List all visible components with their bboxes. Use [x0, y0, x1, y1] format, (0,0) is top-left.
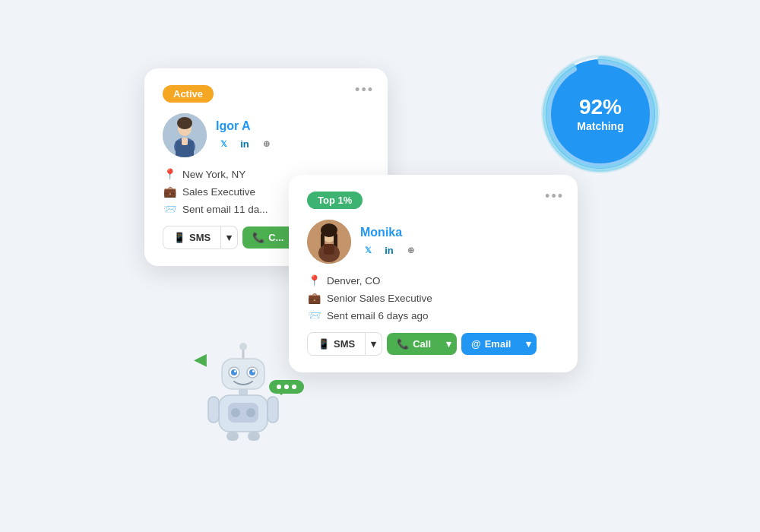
matching-text: 92% Matching	[577, 96, 623, 133]
monika-avatar	[307, 220, 351, 264]
svg-rect-33	[226, 432, 239, 441]
monika-email-sent-icon: 📨	[307, 309, 321, 321]
igor-location: New York, NY	[182, 169, 245, 180]
svg-point-25	[252, 370, 255, 372]
robot-container: ◀	[205, 342, 296, 456]
monika-twitter-icon[interactable]: 𝕏	[360, 242, 375, 258]
igor-sms-group: 📱 SMS ▾	[163, 226, 238, 249]
monika-title-row: 💼 Senior Sales Executive	[307, 292, 559, 304]
monika-at-icon: @	[471, 338, 481, 350]
svg-rect-32	[268, 397, 278, 423]
chat-bubble	[269, 380, 304, 394]
igor-location-icon: 📍	[163, 168, 176, 180]
igor-social: 𝕏 in ⊕	[216, 136, 274, 151]
igor-briefcase-icon: 💼	[163, 185, 176, 198]
igor-last-contact: Sent email 11 da...	[182, 204, 268, 215]
top-badge: Top 1%	[307, 192, 363, 209]
monika-social: 𝕏 in ⊕	[360, 242, 418, 258]
igor-globe-icon[interactable]: ⊕	[258, 136, 274, 151]
igor-call-group: 📞 C...	[242, 226, 293, 249]
igor-sms-button[interactable]: 📱 SMS	[163, 226, 221, 249]
bubble-dot-2	[284, 385, 289, 389]
igor-sms-dropdown[interactable]: ▾	[221, 226, 238, 249]
monika-call-button[interactable]: 📞 Call	[387, 333, 441, 355]
monika-contact-row: 📨 Sent email 6 days ago	[307, 309, 559, 321]
monika-sms-phone-icon: 📱	[318, 338, 330, 350]
svg-point-24	[234, 370, 236, 372]
svg-point-30	[246, 408, 255, 417]
svg-point-22	[231, 369, 237, 375]
bubble-dot-1	[277, 385, 281, 389]
monika-sms-button[interactable]: 📱 SMS	[307, 332, 366, 356]
svg-rect-34	[248, 432, 260, 441]
monika-email-group: @ Email ▾	[461, 333, 537, 355]
monika-avatar-svg	[307, 220, 351, 264]
monika-globe-icon[interactable]: ⊕	[403, 242, 418, 258]
monika-info: Monika 𝕏 in ⊕	[360, 226, 418, 258]
igor-twitter-icon[interactable]: 𝕏	[216, 136, 231, 151]
more-options-monika[interactable]: •••	[545, 188, 564, 204]
igor-title: Sales Executive	[182, 186, 255, 198]
igor-call-phone-icon: 📞	[252, 232, 264, 243]
igor-avatar-svg	[163, 113, 207, 157]
monika-location-row: 📍 Denver, CO	[307, 274, 559, 287]
monika-email-button[interactable]: @ Email	[461, 333, 521, 355]
monika-call-phone-icon: 📞	[397, 338, 409, 350]
igor-email-sent-icon: 📨	[163, 203, 176, 215]
monika-sms-dropdown[interactable]: ▾	[366, 332, 382, 356]
cards-area: Active •••	[144, 53, 616, 479]
svg-point-29	[231, 408, 240, 417]
svg-rect-26	[239, 389, 248, 395]
monika-profile-row: Monika 𝕏 in ⊕	[307, 220, 559, 264]
monika-title: Senior Sales Executive	[327, 293, 432, 304]
monika-sms-group: 📱 SMS ▾	[307, 332, 382, 356]
matching-percent: 92%	[577, 96, 623, 119]
monika-briefcase-icon: 💼	[307, 292, 321, 304]
monika-last-contact: Sent email 6 days ago	[327, 310, 429, 321]
igor-avatar	[163, 113, 207, 157]
monika-linkedin-icon[interactable]: in	[382, 242, 397, 258]
igor-profile-row: Igor A 𝕏 in ⊕	[163, 113, 369, 157]
robot-svg	[205, 342, 281, 441]
svg-rect-16	[324, 244, 334, 255]
bubble-dot-3	[292, 385, 296, 389]
active-badge: Active	[163, 85, 214, 103]
monika-location: Denver, CO	[327, 275, 381, 287]
monika-actions: 📱 SMS ▾ 📞 Call ▾ @ Email	[307, 332, 559, 356]
igor-info: Igor A 𝕏 in ⊕	[216, 119, 274, 151]
svg-rect-31	[208, 397, 219, 423]
robot-arrow-icon: ◀	[194, 350, 207, 369]
scene: Active •••	[0, 0, 760, 532]
monika-call-dropdown[interactable]: ▾	[441, 333, 457, 355]
more-options-igor[interactable]: •••	[355, 82, 374, 98]
matching-circle: 92% Matching	[540, 53, 661, 175]
monika-name: Monika	[360, 226, 418, 239]
card-monika: Top 1% •••	[289, 175, 578, 372]
monika-email-dropdown[interactable]: ▾	[521, 333, 537, 355]
svg-rect-5	[182, 138, 188, 145]
igor-call-button[interactable]: 📞 C...	[242, 226, 293, 249]
matching-label: Matching	[577, 119, 623, 131]
monika-call-group: 📞 Call ▾	[387, 333, 457, 355]
svg-point-23	[249, 369, 255, 375]
igor-linkedin-icon[interactable]: in	[237, 136, 252, 151]
igor-sms-phone-icon: 📱	[173, 232, 185, 243]
igor-name: Igor A	[216, 119, 274, 133]
monika-location-icon: 📍	[307, 274, 321, 287]
svg-point-3	[177, 117, 192, 129]
svg-point-18	[239, 343, 247, 350]
